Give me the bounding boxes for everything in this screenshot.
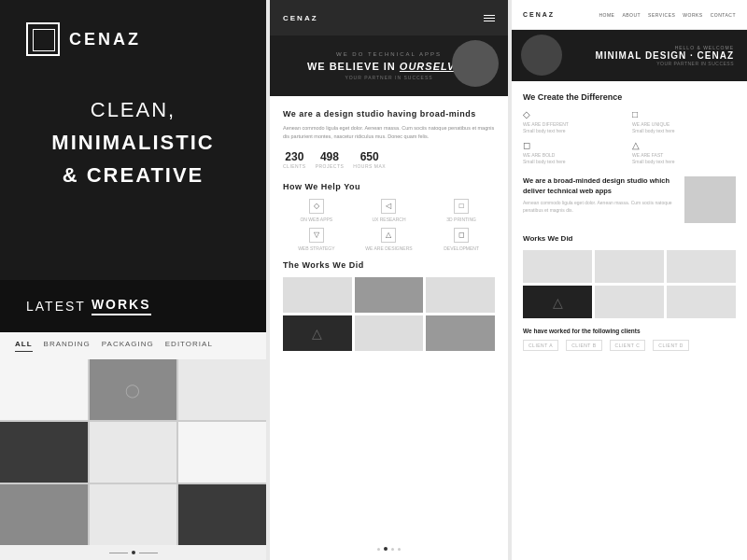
stat-clients: 230 CLIENTS [283, 150, 306, 169]
tagline-line-2: MINIMALISTIC [26, 126, 240, 159]
mid-works-3 [426, 277, 495, 313]
footer-line-right [139, 553, 158, 553]
works-cell-5 [90, 422, 177, 483]
diff-text-3: WE ARE BOLDSmall body text here [523, 152, 627, 165]
works-cell-7 [0, 484, 88, 545]
stat-clients-num: 230 [283, 150, 306, 163]
right-nav: HOME ABOUT SERVICES WORKS CONTACT [599, 12, 736, 18]
footer-line-left [109, 553, 128, 553]
works-cell-6 [178, 422, 266, 483]
mid-hero-sub2: YOUR PARTNER IN SUCCESS [345, 75, 432, 80]
mid-how-section: How We Help You ◇ ON WEB APPS ◁ UX RESEA… [283, 182, 495, 251]
stat-projects-label: PROJECTS [316, 163, 345, 169]
left-footer [0, 545, 266, 560]
how-item-5: △ WE ARE DESIGNERS [356, 228, 423, 251]
mid-how-title: How We Help You [283, 182, 495, 191]
mid-works-4: △ [283, 315, 352, 351]
right-panel: CENAZ HOME ABOUT SERVICES WORKS CONTACT … [512, 0, 747, 560]
right-broad-text: We are a broad-minded design studio whic… [523, 176, 677, 223]
mid-works-2 [355, 277, 424, 313]
mid-works-grid: △ [283, 277, 495, 351]
right-nav-home[interactable]: HOME [599, 12, 614, 18]
diff-item-3: ◻ WE ARE BOLDSmall body text here [523, 140, 627, 165]
logo-text: CENAZ [69, 30, 141, 49]
diff-icon-2: □ [632, 109, 736, 119]
how-label-5: WE ARE DESIGNERS [365, 245, 412, 251]
how-icon-6: ◻ [454, 228, 469, 243]
right-works-2 [595, 250, 664, 283]
hero-circle [452, 40, 499, 87]
diff-icon-4: △ [632, 140, 736, 150]
diff-item-1: ◇ WE ARE DIFFERENTSmall body text here [523, 109, 627, 134]
mid-works-section: The Works We Did △ [283, 260, 495, 351]
diff-icon-3: ◻ [523, 140, 627, 150]
how-item-3: □ 3D PRINTING [428, 199, 495, 222]
menu-line-3 [484, 21, 495, 21]
right-hero-sub2: YOUR PARTNER IN SUCCESS [596, 61, 734, 66]
right-nav-works[interactable]: WORKS [683, 12, 702, 18]
client-3: CLIENT C [610, 340, 646, 351]
how-icon-5: △ [381, 228, 396, 243]
right-broad-title: We are a broad-minded design studio whic… [523, 176, 677, 196]
works-cell-1 [0, 359, 88, 420]
stat-projects-num: 498 [316, 150, 345, 163]
how-item-1: ◇ ON WEB APPS [283, 199, 350, 222]
right-nav-services[interactable]: SERVICES [648, 12, 675, 18]
stat-projects: 498 PROJECTS [316, 150, 345, 169]
works-cell-4 [0, 422, 88, 483]
right-works-1 [523, 250, 592, 283]
how-icon-3: □ [454, 199, 469, 214]
right-hero: HELLO & WELCOME MINIMAL DESIGN · CENAZ Y… [512, 30, 747, 81]
tab-packaging[interactable]: PACKAGING [102, 340, 154, 352]
right-nav-about[interactable]: ABOUT [622, 12, 641, 18]
mid-hero: WE DO TECHNICAL APPS WE BELIEVE IN OURSE… [270, 35, 508, 96]
tab-branding[interactable]: BRANDING [44, 340, 91, 352]
works-cell-2: ◯ [90, 359, 177, 420]
how-label-3: 3D PRINTING [446, 217, 476, 222]
how-label-2: UX RESEARCH [372, 217, 405, 222]
mid-menu-icon[interactable] [484, 15, 495, 21]
how-label-6: DEVELOPMENT [444, 245, 479, 251]
menu-line-1 [484, 15, 495, 16]
right-nav-contact[interactable]: CONTACT [711, 12, 736, 18]
left-works-section: LATEST WORKS ALL BRANDING PACKAGING EDIT… [0, 280, 266, 560]
diff-item-2: □ WE ARE UNIQUESmall body text here [632, 109, 736, 134]
diff-item-4: △ WE ARE FASTSmall body text here [632, 140, 736, 165]
mid-logo: CENAZ [283, 14, 318, 22]
right-works-title: Works We Did [523, 234, 736, 243]
nav-dot-4[interactable] [398, 548, 401, 551]
right-broad-section: We are a broad-minded design studio whic… [523, 176, 736, 223]
tagline: CLEAN, MINIMALISTIC & CREATIVE [26, 93, 240, 192]
right-hero-text: HELLO & WELCOME MINIMAL DESIGN · CENAZ Y… [596, 45, 734, 66]
mid-hero-title: WE BELIEVE IN OURSELVES [307, 61, 471, 72]
tab-editorial[interactable]: EDITORIAL [165, 340, 213, 352]
nav-dot-2[interactable] [384, 547, 388, 551]
tab-all[interactable]: ALL [15, 340, 33, 352]
nav-dot-3[interactable] [391, 548, 394, 551]
how-icon-4: ▽ [309, 228, 324, 243]
right-works-6 [667, 286, 736, 318]
works-cell-8 [90, 484, 177, 545]
right-broad-body: Aenean commodo ligula eget dolor. Aenean… [523, 200, 677, 214]
how-icon-2: ◁ [381, 199, 396, 214]
client-2: CLIENT B [566, 340, 601, 351]
right-clients: CLIENT A CLIENT B CLIENT C CLIENT D [523, 340, 736, 351]
middle-panel: CENAZ WE DO TECHNICAL APPS WE BELIEVE IN… [270, 0, 508, 560]
how-item-6: ◻ DEVELOPMENT [428, 228, 495, 251]
footer-dot [132, 551, 135, 554]
right-top-banner: CENAZ HOME ABOUT SERVICES WORKS CONTACT [512, 0, 747, 30]
mid-stats: 230 CLIENTS 498 PROJECTS 650 HOURS MAX [283, 150, 495, 169]
mid-works-title: The Works We Did [283, 260, 495, 270]
nav-dot-1[interactable] [377, 548, 380, 551]
right-diff-title: We Create the Difference [523, 92, 736, 102]
stat-hours-label: HOURS MAX [353, 163, 386, 169]
works-cell-3 [178, 359, 266, 420]
how-label-4: WEB STRATEGY [298, 245, 334, 251]
how-items: ◇ ON WEB APPS ◁ UX RESEARCH □ 3D PRINTIN… [283, 199, 495, 251]
right-hero-circle [521, 35, 562, 76]
right-clients-title: We have worked for the following clients [523, 328, 736, 334]
right-works-grid: △ [523, 250, 736, 318]
works-tabs: ALL BRANDING PACKAGING EDITORIAL [0, 332, 266, 359]
diff-text-1: WE ARE DIFFERENTSmall body text here [523, 121, 627, 134]
stat-hours-num: 650 [353, 150, 386, 163]
